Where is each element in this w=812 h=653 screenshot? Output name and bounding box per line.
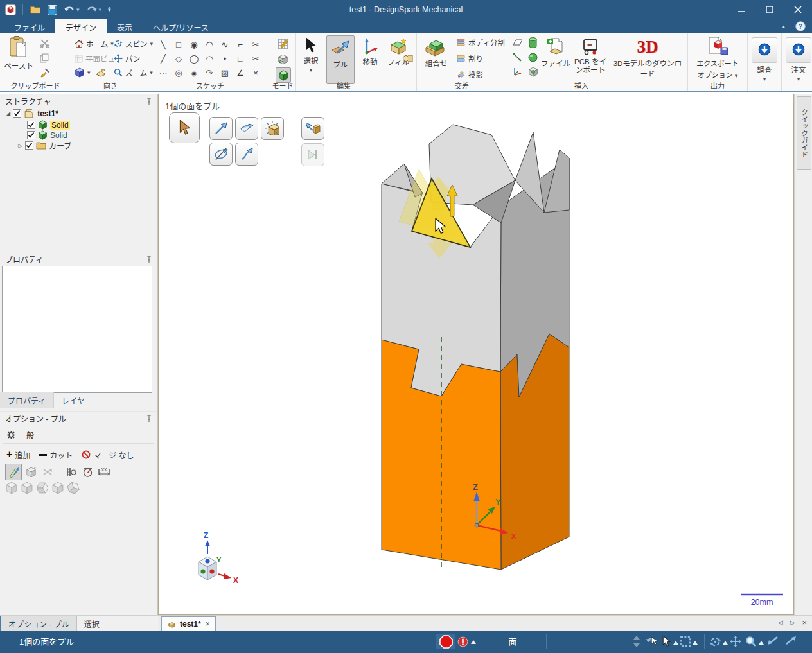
document-tab-close-icon[interactable]: ×: [206, 620, 210, 629]
sketch-tool-button[interactable]: ∠: [233, 65, 248, 80]
download-3d-model-button[interactable]: 3D 3Dモデルのダウンロード: [610, 37, 685, 78]
tree-collapse-icon[interactable]: ◢: [6, 110, 10, 116]
pan-view-tool[interactable]: [730, 636, 741, 647]
insert-line-icon[interactable]: [513, 53, 522, 62]
select-tool[interactable]: [662, 636, 671, 647]
collapse-ribbon-icon[interactable]: ▴: [782, 23, 785, 30]
sketch-tool-button[interactable]: ×: [248, 65, 263, 80]
sketch-tool-button[interactable]: ∿: [217, 37, 233, 51]
sketch-tool-button[interactable]: ◇: [171, 51, 186, 65]
copy-button[interactable]: [40, 53, 49, 63]
error-indicator[interactable]: [457, 636, 468, 647]
insert-shell-icon[interactable]: [528, 67, 538, 77]
minibar-pull-direction-button[interactable]: [209, 117, 233, 140]
minibar-revolve-button[interactable]: [209, 143, 233, 166]
properties-tab[interactable]: プロパティ: [0, 392, 54, 408]
sketch-tool-button[interactable]: ╱: [155, 51, 171, 65]
pin-icon[interactable]: [146, 415, 152, 422]
zoom-button[interactable]: ズーム▾: [114, 67, 153, 78]
measure-option[interactable]: [63, 464, 78, 480]
no-merge-option[interactable]: マージ なし: [82, 449, 134, 460]
sketch-tool-button[interactable]: •: [217, 51, 233, 65]
document-tab-active[interactable]: test1* ×: [161, 616, 216, 631]
menu-tab[interactable]: ヘルプ/リソース: [143, 19, 219, 33]
properties-tab[interactable]: レイヤ: [54, 392, 93, 408]
investigate-button[interactable]: 調査 ▾: [751, 37, 778, 82]
sketch-tool-button[interactable]: ╲: [155, 37, 171, 51]
minibar-ruled-pull-button[interactable]: [235, 117, 258, 140]
spin-view-tool[interactable]: [709, 636, 721, 648]
open-document-icon[interactable]: [30, 5, 41, 14]
spin-view-expand-icon[interactable]: [723, 641, 728, 645]
pin-icon[interactable]: [146, 98, 152, 105]
zoom-view-expand-icon[interactable]: [759, 641, 764, 645]
stop-button[interactable]: [436, 634, 455, 649]
split-face-button[interactable]: 割り: [457, 53, 483, 64]
sketch-tool-button[interactable]: ◠: [202, 37, 217, 51]
minibar-sweep-button[interactable]: [235, 143, 258, 166]
help-icon[interactable]: ?: [795, 21, 806, 31]
insert-file-button[interactable]: ファイル: [541, 37, 570, 68]
blend-tool-icon[interactable]: [402, 53, 414, 64]
pin-icon[interactable]: [146, 256, 152, 263]
checkbox[interactable]: [27, 131, 35, 139]
export-options-button[interactable]: エクスポート オプション ▾: [692, 36, 743, 80]
selection-box-tool[interactable]: [680, 636, 691, 647]
maximize-button[interactable]: [755, 0, 784, 19]
spin-button[interactable]: スピン▾: [114, 39, 153, 49]
tree-expand-icon[interactable]: ▷: [18, 143, 22, 149]
error-expand-icon[interactable]: [471, 640, 476, 644]
home-view-button[interactable]: ホーム▾: [75, 39, 114, 49]
ghost-option-icon[interactable]: [64, 479, 82, 497]
panel-tab[interactable]: 選択: [77, 616, 107, 631]
ghost-option-icon[interactable]: [5, 482, 18, 494]
combine-button[interactable]: 組合せ: [419, 37, 453, 68]
checkbox[interactable]: [25, 141, 33, 150]
ghost-option-icon[interactable]: [21, 482, 33, 494]
zoom-out-tool[interactable]: [767, 636, 779, 645]
ruler-dimension-option[interactable]: XX: [96, 464, 112, 480]
deselect-undo-tool[interactable]: [646, 636, 659, 648]
format-painter-button[interactable]: [40, 68, 49, 78]
tab-close-icon[interactable]: ×: [802, 618, 807, 627]
undo-button[interactable]: ▾: [64, 4, 80, 15]
spinner-control[interactable]: [633, 635, 640, 648]
sketch-tool-button[interactable]: ✂: [248, 37, 263, 51]
menu-tab[interactable]: デザイン: [55, 19, 107, 33]
move-tool-button[interactable]: 移動: [357, 37, 383, 67]
scene-3d[interactable]: Z Y X Z Y X: [159, 94, 793, 614]
sketch-tool-button[interactable]: ⋯: [155, 65, 171, 80]
save-icon[interactable]: [48, 5, 57, 15]
menu-tab[interactable]: ファイル: [4, 19, 55, 33]
ghost-option-icon[interactable]: [51, 482, 64, 494]
ghost-option-icon[interactable]: [36, 482, 49, 494]
sketch-tool-button[interactable]: ◉: [186, 37, 202, 51]
no-split-option[interactable]: [40, 464, 55, 480]
tree-row-solid-1[interactable]: Solid: [27, 119, 70, 130]
tab-scroll-left-icon[interactable]: ◁: [778, 619, 783, 626]
pan-button[interactable]: パン: [114, 53, 141, 64]
section-mode-button[interactable]: [276, 52, 290, 66]
zoom-in-tool[interactable]: [785, 636, 797, 645]
sketch-tool-button[interactable]: ◈: [186, 65, 202, 80]
options-general-section[interactable]: 一般: [6, 428, 34, 442]
project-button[interactable]: 投影: [457, 69, 483, 80]
sketch-tool-button[interactable]: ✂: [248, 51, 263, 65]
zoom-view-tool[interactable]: [745, 636, 757, 647]
pull-direction-option[interactable]: [5, 464, 22, 480]
sketch-mode-button[interactable]: [276, 37, 290, 51]
tree-row-solid-2[interactable]: Solid: [27, 130, 67, 141]
selection-box-expand-icon[interactable]: [693, 641, 698, 645]
order-button[interactable]: 注文 ▾: [785, 37, 812, 82]
cut-button[interactable]: [40, 39, 49, 48]
import-pcb-button[interactable]: PCB をインポート: [572, 37, 609, 74]
orientation-cube[interactable]: Z Y X: [199, 531, 238, 585]
select-tool-button[interactable]: 選択 ▾: [298, 37, 324, 73]
insert-plane-icon[interactable]: [513, 39, 523, 46]
gauge-option[interactable]: [80, 464, 95, 480]
minimize-button[interactable]: [727, 0, 755, 19]
panel-tab[interactable]: オプション - プル: [0, 616, 77, 631]
close-button[interactable]: [784, 0, 812, 19]
select-tool-expand-icon[interactable]: [673, 641, 678, 645]
checkbox[interactable]: [27, 121, 35, 129]
